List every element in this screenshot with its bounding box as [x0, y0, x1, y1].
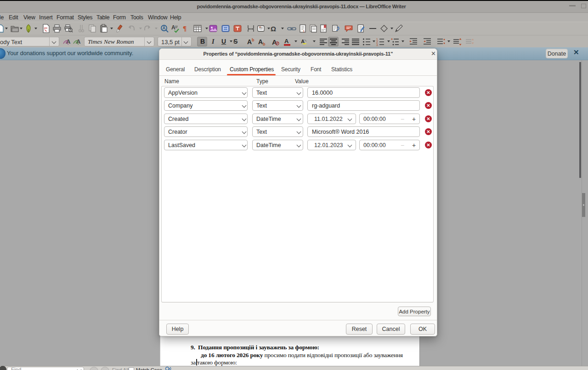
svg-text:A: A: [247, 38, 252, 46]
svg-text:A: A: [301, 39, 305, 44]
svg-text:1: 1: [303, 29, 305, 33]
svg-text:A: A: [171, 24, 175, 31]
svg-text:A: A: [258, 38, 263, 46]
svg-text:b: b: [252, 38, 254, 42]
svg-text:A: A: [284, 38, 289, 45]
svg-text:b: b: [263, 42, 266, 46]
svg-text:3: 3: [376, 43, 378, 46]
